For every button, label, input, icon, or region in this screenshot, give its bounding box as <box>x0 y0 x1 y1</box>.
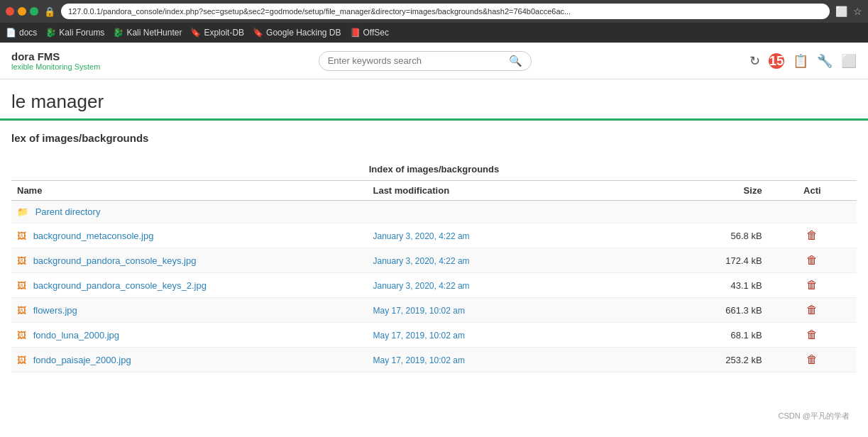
file-link[interactable]: flowers.jpg <box>33 305 77 316</box>
url-bar[interactable]: 127.0.0.1/pandora_console/index.php?sec=… <box>61 4 830 19</box>
table-row: 🖼 background_metaconsole.jpg January 3, … <box>11 223 857 248</box>
file-date-cell: January 3, 2020, 4:22 am <box>367 223 634 248</box>
bookmark-exploit-db-label: Exploit-DB <box>204 28 244 38</box>
delete-button[interactable]: 🗑 <box>806 304 818 316</box>
file-name-cell: 🖼 fondo_luna_2000.jpg <box>11 323 367 348</box>
url-text: 127.0.0.1/pandora_console/index.php?sec=… <box>68 7 571 16</box>
bookmark-google-hacking[interactable]: 🔖 Google Hacking DB <box>253 28 341 38</box>
file-manager-content: lex of images/backgrounds Index of image… <box>0 121 868 384</box>
tools-button[interactable]: 🔧 <box>817 53 833 69</box>
col-header-date: Last modification <box>367 181 634 201</box>
bookmark-kali-forums[interactable]: 🐉 Kali Forums <box>45 28 104 38</box>
file-name-cell: 📁 Parent directory <box>11 201 367 223</box>
window-button[interactable]: ⬜ <box>841 53 857 69</box>
clipboard-button[interactable]: 📋 <box>793 53 808 69</box>
maximize-dot <box>30 7 38 16</box>
search-container: 🔍 <box>111 51 738 71</box>
file-date-cell: May 17, 2019, 10:02 am <box>367 298 634 323</box>
bookmark-kali-nethunter-label: Kali NetHunter <box>126 28 182 38</box>
folder-icon: 📁 <box>17 206 28 217</box>
app-subtitle: lexible Monitoring System <box>11 62 100 71</box>
search-box: 🔍 <box>319 51 532 71</box>
kali-nethunter-icon: 🐉 <box>113 28 123 38</box>
file-table: Index of images/backgrounds Name Last mo… <box>11 158 857 372</box>
refresh-button[interactable]: ↻ <box>749 53 760 69</box>
file-date: May 17, 2019, 10:02 am <box>373 355 464 365</box>
col-header-action: Acti <box>768 181 857 201</box>
bookmark-offsec[interactable]: 📕 OffSec <box>350 28 389 38</box>
search-input[interactable] <box>328 55 509 66</box>
bookmark-docs[interactable]: 📄 docs <box>6 28 37 38</box>
delete-button[interactable]: 🗑 <box>806 328 818 341</box>
bookmark-exploit-db[interactable]: 🔖 Exploit-DB <box>190 28 244 38</box>
file-date-cell: January 3, 2020, 4:22 am <box>367 248 634 273</box>
file-link[interactable]: fondo_paisaje_2000.jpg <box>33 355 131 365</box>
file-action-cell: 🗑 <box>768 348 857 372</box>
file-icon: 🖼 <box>17 231 26 241</box>
notification-bell[interactable]: 15 <box>769 53 784 69</box>
file-size-cell: 68.1 kB <box>634 323 768 348</box>
delete-button[interactable]: 🗑 <box>806 254 818 267</box>
tools-icon: 🔧 <box>817 54 833 68</box>
file-size-cell: 56.8 kB <box>634 223 768 248</box>
file-link[interactable]: background_metaconsole.jpg <box>33 231 154 241</box>
file-size-cell: 253.2 kB <box>634 348 768 372</box>
browser-bar: 🔒 127.0.0.1/pandora_console/index.php?se… <box>0 0 868 23</box>
header-actions: ↻ 15 📋 🔧 ⬜ <box>749 53 857 69</box>
file-action-cell: 🗑 <box>768 248 857 273</box>
file-date: January 3, 2020, 4:22 am <box>373 281 469 291</box>
refresh-icon: ↻ <box>749 54 760 68</box>
google-hacking-icon: 🔖 <box>253 28 263 38</box>
extensions-icon: ⬜ <box>835 6 847 17</box>
col-header-size: Size <box>634 181 768 201</box>
file-action-cell: 🗑 <box>768 298 857 323</box>
bookmark-google-hacking-label: Google Hacking DB <box>266 28 341 38</box>
page-content: le manager lex of images/backgrounds Ind… <box>0 79 868 384</box>
file-name-cell: 🖼 background_pandora_console_keys.jpg <box>11 248 367 273</box>
close-dot <box>6 7 14 16</box>
delete-button[interactable]: 🗑 <box>806 229 818 242</box>
delete-button[interactable]: 🗑 <box>806 353 818 366</box>
app-title: dora FMS <box>11 50 100 62</box>
app-header: dora FMS lexible Monitoring System 🔍 ↻ 1… <box>0 43 868 79</box>
table-row: 🖼 fondo_luna_2000.jpg May 17, 2019, 10:0… <box>11 323 857 348</box>
file-name-cell: 🖼 fondo_paisaje_2000.jpg <box>11 348 367 372</box>
file-date: January 3, 2020, 4:22 am <box>373 256 469 266</box>
page-title-section: le manager <box>0 79 868 121</box>
table-row: 🖼 fondo_paisaje_2000.jpg May 17, 2019, 1… <box>11 348 857 372</box>
bookmark-offsec-label: OffSec <box>363 28 389 38</box>
parent-directory-link[interactable]: Parent directory <box>35 206 101 217</box>
file-date: May 17, 2019, 10:02 am <box>373 331 464 341</box>
browser-control-icons <box>6 7 38 16</box>
window-icon: ⬜ <box>841 54 857 68</box>
file-name-cell: 🖼 flowers.jpg <box>11 298 367 323</box>
file-date: May 17, 2019, 10:02 am <box>373 306 464 316</box>
file-date: January 3, 2020, 4:22 am <box>373 231 469 241</box>
docs-icon: 📄 <box>6 28 16 38</box>
file-icon: 🖼 <box>17 330 26 341</box>
search-button[interactable]: 🔍 <box>509 55 522 67</box>
table-row: 🖼 flowers.jpg May 17, 2019, 10:02 am 661… <box>11 298 857 323</box>
file-action-cell: 🗑 <box>768 223 857 248</box>
file-icon: 🖼 <box>17 255 26 266</box>
bookmark-kali-nethunter[interactable]: 🐉 Kali NetHunter <box>113 28 182 38</box>
file-link[interactable]: fondo_luna_2000.jpg <box>33 330 119 341</box>
bookmark-docs-label: docs <box>19 28 37 38</box>
file-date-cell: January 3, 2020, 4:22 am <box>367 273 634 298</box>
bell-icon: 15 <box>769 53 784 69</box>
file-date-cell: May 17, 2019, 10:02 am <box>367 323 634 348</box>
bookmarks-bar: 📄 docs 🐉 Kali Forums 🐉 Kali NetHunter 🔖 … <box>0 23 868 43</box>
kali-forums-icon: 🐉 <box>45 28 56 38</box>
file-date-cell <box>367 201 634 223</box>
table-row: 📁 Parent directory <box>11 201 857 223</box>
file-link[interactable]: background_pandora_console_keys_2.jpg <box>33 280 207 291</box>
file-date-cell: May 17, 2019, 10:02 am <box>367 348 634 372</box>
page-title: le manager <box>11 91 857 113</box>
minimize-dot <box>18 7 26 16</box>
app-logo: dora FMS lexible Monitoring System <box>11 50 100 71</box>
page-icon: 🔒 <box>44 6 55 17</box>
delete-button[interactable]: 🗑 <box>806 279 818 292</box>
file-name-cell: 🖼 background_metaconsole.jpg <box>11 223 367 248</box>
file-action-cell: 🗑 <box>768 323 857 348</box>
file-link[interactable]: background_pandora_console_keys.jpg <box>33 255 197 266</box>
